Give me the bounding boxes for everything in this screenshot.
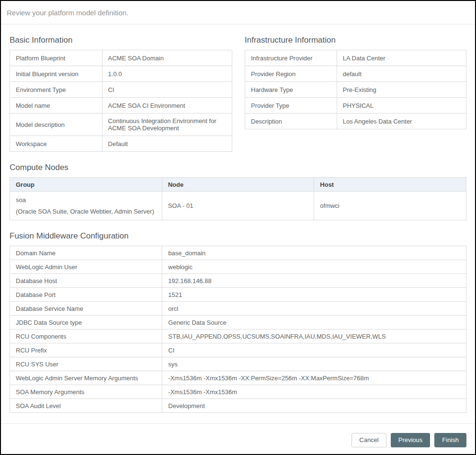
row-value: Default	[102, 136, 232, 152]
table-row: JDBC Data Source type Generic Data Sourc…	[10, 316, 466, 330]
table-row: WebLogic Admin User weblogic	[10, 260, 466, 274]
table-row: Platform Blueprint ACME SOA Domain	[10, 50, 232, 66]
previous-button[interactable]: Previous	[391, 433, 431, 447]
row-label: SOA Memory Arguments	[10, 385, 162, 399]
row-label: Domain Name	[10, 246, 162, 260]
row-label: Provider Region	[245, 66, 337, 82]
row-label: Description	[245, 114, 337, 129]
host-cell: ofmwci	[314, 192, 466, 220]
compute-nodes-heading: Compute Nodes	[10, 163, 466, 172]
compute-nodes-table: Group Node Host soa (Oracle SOA Suite, O…	[10, 177, 466, 220]
row-label: Database Host	[10, 274, 162, 288]
fmw-configuration-heading: Fusion Middleware Configuration	[10, 231, 466, 241]
row-value: Pre-Existing	[337, 82, 466, 98]
basic-information-table: Platform Blueprint ACME SOA Domain Initi…	[10, 50, 232, 152]
infrastructure-information-section: Infrastructure Information Infrastructur…	[245, 24, 466, 129]
table-row: WebLogic Admin Server Memory Arguments -…	[10, 371, 466, 385]
row-value: orcl	[162, 302, 466, 316]
group-components: (Oracle SOA Suite, Oracle Webtier, Admin…	[16, 208, 156, 215]
row-value: sys	[162, 357, 466, 371]
table-row: SOA Audit Level Development	[10, 399, 466, 413]
table-row: Database Service Name orcl	[10, 302, 466, 316]
table-row: Hardware Type Pre-Existing	[245, 82, 466, 98]
row-value: PHYSICAL	[337, 98, 466, 114]
row-value: weblogic	[162, 260, 466, 274]
table-row: Environment Type CI	[10, 82, 232, 98]
table-row: Database Host 192.168.146.88	[10, 274, 466, 288]
row-label: WebLogic Admin User	[10, 260, 162, 274]
row-label: Provider Type	[245, 98, 337, 114]
table-row: SOA Memory Arguments -Xms1536m -Xmx1536m	[10, 385, 466, 399]
row-value: Los Angeles Data Center	[337, 114, 466, 129]
row-label: Hardware Type	[245, 82, 337, 98]
row-label: RCU SYS User	[10, 357, 162, 371]
row-value: 1.0.0	[102, 66, 232, 82]
row-label: Model name	[10, 98, 102, 114]
row-value: -Xms1536m -Xmx1536m	[162, 385, 466, 399]
dialog-title: Review your platform model definition.	[1, 1, 475, 24]
table-row: Workspace Default	[10, 136, 232, 152]
row-label: RCU Prefix	[10, 343, 162, 357]
column-header-host: Host	[314, 178, 466, 192]
row-value: ACME SOA Domain	[102, 50, 232, 66]
row-value: CI	[162, 343, 466, 357]
row-label: Model description	[10, 114, 102, 136]
row-label: Environment Type	[10, 82, 102, 98]
finish-button[interactable]: Finish	[434, 433, 466, 447]
infrastructure-information-table: Infrastructure Provider LA Data Center P…	[245, 50, 466, 129]
table-row: RCU Components STB,IAU_APPEND,OPSS,UCSUM…	[10, 330, 466, 343]
table-row: Provider Region default	[245, 66, 466, 82]
table-row: RCU Prefix CI	[10, 343, 466, 357]
table-row: Model description Continuous Integration…	[10, 114, 232, 136]
top-section: Basic Information Platform Blueprint ACM…	[10, 24, 466, 152]
row-label: Workspace	[10, 136, 102, 152]
row-value: Continuous Integration Environment for A…	[102, 114, 232, 136]
column-header-node: Node	[162, 178, 314, 192]
table-row: soa (Oracle SOA Suite, Oracle Webtier, A…	[10, 192, 466, 220]
row-label: Database Port	[10, 288, 162, 302]
row-value: ACME SOA CI Environment	[102, 98, 232, 114]
row-value: Generic Data Source	[162, 316, 466, 330]
table-row: Initial Blueprint version 1.0.0	[10, 66, 232, 82]
infrastructure-information-heading: Infrastructure Information	[245, 35, 466, 45]
node-cell: SOA - 01	[162, 192, 314, 220]
table-row: Infrastructure Provider LA Data Center	[245, 50, 466, 66]
row-value: LA Data Center	[337, 50, 466, 66]
group-name: soa	[16, 196, 156, 204]
table-row: Model name ACME SOA CI Environment	[10, 98, 232, 114]
table-row: Database Port 1521	[10, 288, 466, 302]
basic-information-heading: Basic Information	[10, 35, 232, 45]
column-header-group: Group	[10, 178, 162, 192]
row-value: base_domain	[162, 246, 466, 260]
row-label: JDBC Data Source type	[10, 316, 162, 330]
row-label: RCU Components	[10, 330, 162, 343]
row-value: Development	[162, 399, 466, 413]
table-row: RCU SYS User sys	[10, 357, 466, 371]
row-value: CI	[102, 82, 232, 98]
row-label: Infrastructure Provider	[245, 50, 337, 66]
compute-nodes-section: Compute Nodes Group Node Host soa (Oracl…	[10, 163, 466, 220]
basic-information-section: Basic Information Platform Blueprint ACM…	[10, 24, 232, 152]
row-label: WebLogic Admin Server Memory Arguments	[10, 371, 162, 385]
dialog-footer: Cancel Previous Finish	[1, 423, 475, 454]
row-label: SOA Audit Level	[10, 399, 162, 413]
table-row: Domain Name base_domain	[10, 246, 466, 260]
row-value: 192.168.146.88	[162, 274, 466, 288]
row-value: -Xms1536m -Xmx1536m -XX:PermSize=256m -X…	[162, 371, 466, 385]
row-value: 1521	[162, 288, 466, 302]
fmw-configuration-section: Fusion Middleware Configuration Domain N…	[10, 231, 466, 413]
table-header-row: Group Node Host	[10, 178, 466, 192]
fmw-configuration-table: Domain Name base_domain WebLogic Admin U…	[10, 246, 466, 413]
table-row: Provider Type PHYSICAL	[245, 98, 466, 114]
row-label: Database Service Name	[10, 302, 162, 316]
cancel-button[interactable]: Cancel	[351, 433, 386, 447]
row-value: default	[337, 66, 466, 82]
row-value: STB,IAU_APPEND,OPSS,UCSUMS,SOAINFRA,IAU,…	[162, 330, 466, 343]
row-label: Initial Blueprint version	[10, 66, 102, 82]
row-label: Platform Blueprint	[10, 50, 102, 66]
dialog-body: Basic Information Platform Blueprint ACM…	[1, 24, 475, 423]
table-row: Description Los Angeles Data Center	[245, 114, 466, 129]
group-cell: soa (Oracle SOA Suite, Oracle Webtier, A…	[10, 192, 162, 220]
